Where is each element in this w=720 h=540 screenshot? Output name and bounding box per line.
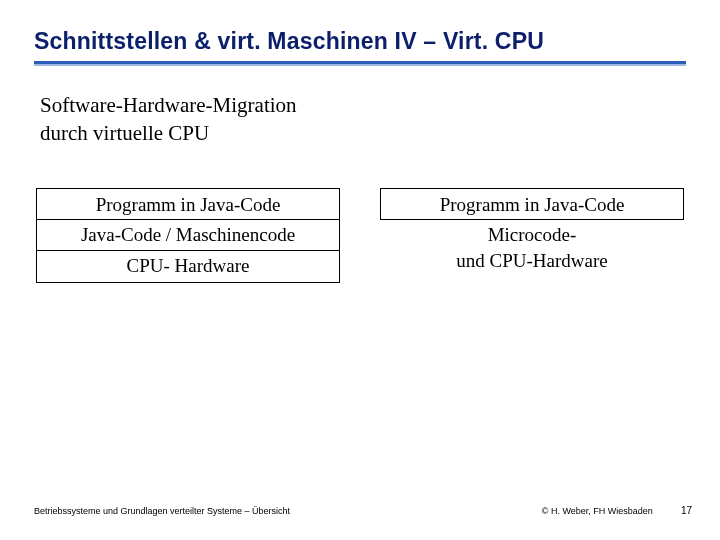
footer: Betriebssysteme und Grundlagen verteilte… bbox=[34, 505, 692, 516]
left-box-row-2: Java-Code / Maschinencode bbox=[36, 219, 340, 250]
left-box-row-1: Programm in Java-Code bbox=[36, 188, 340, 220]
right-box-row-1: Programm in Java-Code bbox=[380, 188, 684, 221]
page-number: 17 bbox=[681, 505, 692, 516]
right-column: Programm in Java-Code Microcode- und CPU… bbox=[380, 188, 684, 283]
slide-title: Schnittstellen & virt. Maschinen IV – Vi… bbox=[34, 28, 686, 55]
divider-bottom bbox=[34, 64, 686, 66]
left-box-row-3: CPU- Hardware bbox=[36, 250, 340, 283]
footer-copyright: © H. Weber, FH Wiesbaden bbox=[542, 506, 653, 516]
left-column: Programm in Java-Code Java-Code / Maschi… bbox=[36, 188, 340, 283]
subtitle-line-1: Software-Hardware-Migration bbox=[40, 91, 686, 119]
columns: Programm in Java-Code Java-Code / Maschi… bbox=[34, 188, 686, 283]
subtitle-line-2: durch virtuelle CPU bbox=[40, 119, 686, 147]
footer-left: Betriebssysteme und Grundlagen verteilte… bbox=[34, 506, 542, 516]
right-below-line-1: Microcode- bbox=[380, 222, 684, 248]
right-below: Microcode- und CPU-Hardware bbox=[380, 220, 684, 273]
slide: Schnittstellen & virt. Maschinen IV – Vi… bbox=[0, 0, 720, 540]
subtitle: Software-Hardware-Migration durch virtue… bbox=[40, 91, 686, 148]
title-divider bbox=[34, 61, 686, 67]
right-below-line-2: und CPU-Hardware bbox=[380, 248, 684, 274]
